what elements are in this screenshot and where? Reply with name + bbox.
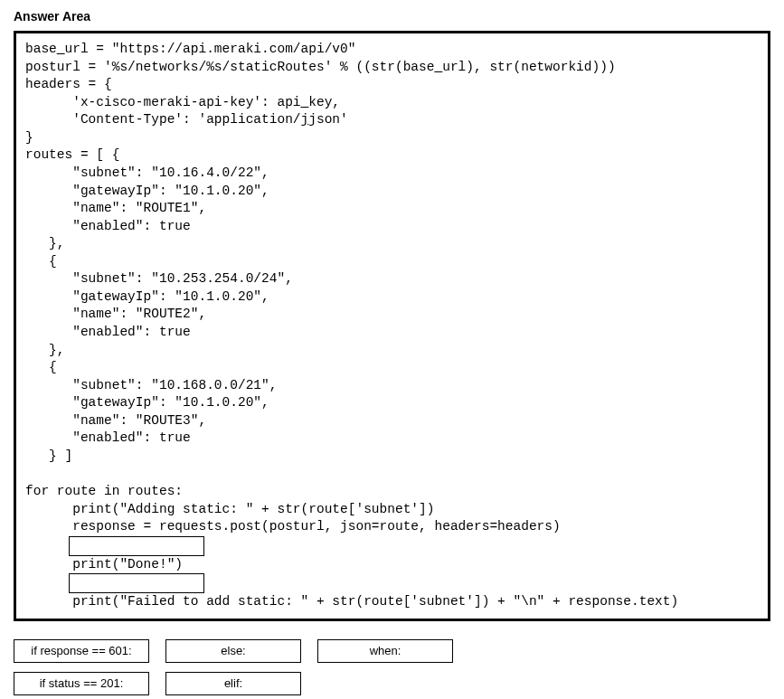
code-line: },	[25, 236, 65, 250]
option-else[interactable]: else:	[165, 639, 301, 663]
code-line: {	[25, 254, 57, 269]
code-line: "name": "ROUTE2",	[25, 307, 206, 321]
code-line: 'Content-Type': 'application/jjson'	[25, 112, 348, 127]
code-line: {	[25, 360, 57, 374]
code-line: print("Done!")	[25, 557, 183, 571]
code-line: routes = [ {	[25, 147, 119, 162]
options-area: if response == 601: else: when: if statu…	[14, 639, 770, 695]
code-line: "enabled": true	[25, 219, 191, 233]
code-line: "name": "ROUTE1",	[25, 201, 206, 215]
code-block: base_url = "https://api.meraki.com/api/v…	[14, 31, 770, 621]
code-line: headers = {	[25, 77, 112, 91]
option-when[interactable]: when:	[317, 639, 453, 663]
code-line: }	[25, 130, 33, 145]
code-line: print("Adding static: " + str(route['sub…	[25, 502, 434, 516]
code-line: posturl = '%s/networks/%s/staticRoutes' …	[25, 60, 616, 74]
option-if-status-201[interactable]: if status == 201:	[14, 672, 149, 695]
code-line: "subnet": "10.168.0.0/21",	[25, 378, 277, 392]
code-line: } ]	[25, 449, 72, 463]
code-line: "name": "ROUTE3",	[25, 413, 206, 428]
code-line: print("Failed to add static: " + str(rou…	[25, 594, 678, 609]
code-line: "gatewayIp": "10.1.0.20",	[25, 289, 269, 304]
code-line: "subnet": "10.16.4.0/22",	[25, 165, 269, 180]
option-elif[interactable]: elif:	[165, 672, 301, 695]
code-line: base_url = "https://api.meraki.com/api/v…	[25, 42, 355, 56]
drop-target-2[interactable]	[69, 573, 204, 593]
option-row-1: if response == 601: else: when:	[14, 639, 770, 663]
code-line: "enabled": true	[25, 430, 191, 445]
code-line: "subnet": "10.253.254.0/24",	[25, 271, 293, 286]
code-line: "gatewayIp": "10.1.0.20",	[25, 184, 269, 198]
drop-target-1[interactable]	[69, 536, 204, 556]
code-line: response = requests.post(posturl, json=r…	[25, 519, 561, 534]
code-line: "enabled": true	[25, 325, 191, 339]
code-line: "gatewayIp": "10.1.0.20",	[25, 395, 269, 410]
answer-area-title: Answer Area	[14, 9, 770, 24]
code-line: },	[25, 343, 65, 357]
option-row-2: if status == 201: elif:	[14, 672, 770, 695]
code-line: 'x-cisco-meraki-api-key': api_key,	[25, 95, 340, 109]
option-if-response-601[interactable]: if response == 601:	[14, 639, 149, 663]
code-line: for route in routes:	[25, 484, 183, 498]
